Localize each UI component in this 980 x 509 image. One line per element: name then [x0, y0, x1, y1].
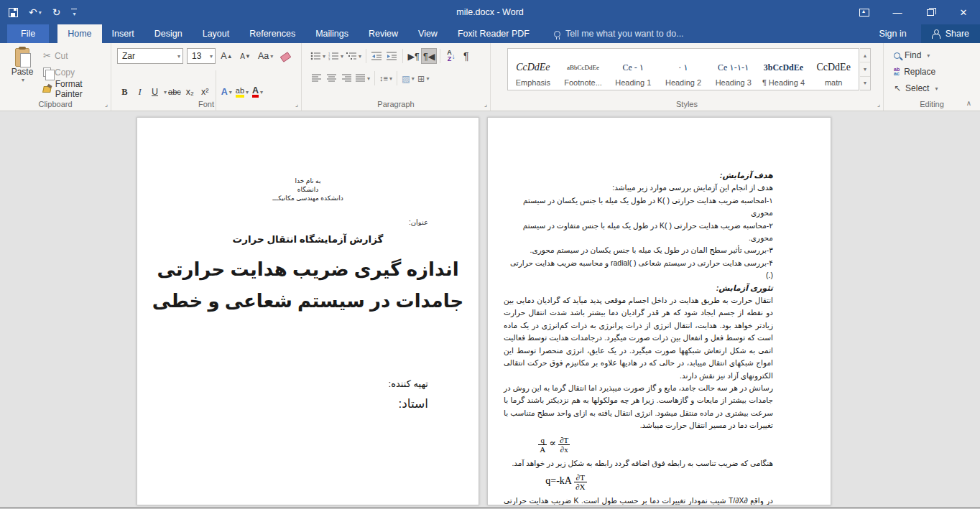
tab-mailings[interactable]: Mailings [305, 24, 359, 43]
format-painter-icon [43, 85, 52, 93]
justify-button[interactable]: ▾ [354, 70, 371, 86]
font-size-value: 13 [192, 51, 201, 61]
tell-me-label: Tell me what you want to do... [565, 29, 684, 39]
styles-scroll-up-button[interactable]: ▲ [860, 49, 870, 62]
tab-foxit-reader-pdf[interactable]: Foxit Reader PDF [448, 24, 540, 43]
format-painter-button[interactable]: Format Painter [43, 81, 111, 96]
align-left-button[interactable] [309, 70, 324, 86]
close-button[interactable]: ✕ [947, 0, 980, 24]
style-heading-3[interactable]: Ce ۱-۱-۱Heading 3 [708, 49, 759, 90]
numbering-button[interactable]: 123▾ [327, 48, 345, 64]
italic-button[interactable]: I [132, 84, 147, 100]
cut-button[interactable]: ✂Cut [43, 48, 111, 63]
show-hide-pilcrow-button[interactable]: ¶ [458, 48, 473, 64]
tab-home[interactable]: Home [57, 24, 101, 43]
font-name-dropdown-icon: ▾ [177, 53, 180, 60]
sign-in-link[interactable]: Sign in [864, 24, 920, 43]
subscript-button[interactable]: x₂ [182, 84, 198, 100]
multilevel-list-icon [346, 52, 357, 60]
ribbon-display-options-button[interactable] [848, 0, 881, 24]
select-button[interactable]: ↖Select▾ [894, 81, 938, 95]
copy-button[interactable]: Copy [43, 65, 111, 80]
underline-button[interactable]: U [147, 84, 162, 100]
document-page-2[interactable]: هدف آزمایش: هدف از انجام این آزمایش بررس… [487, 117, 831, 505]
bullets-button[interactable]: ▾ [309, 48, 327, 64]
paragraph-dialog-launcher[interactable]: ⌟ [484, 101, 487, 108]
font-dialog-launcher[interactable]: ⌟ [295, 101, 298, 108]
borders-button[interactable]: ⊞▾ [416, 70, 431, 86]
tab-layout[interactable]: Layout [193, 24, 240, 43]
bullets-icon [310, 52, 321, 60]
paste-button[interactable]: Paste ▾ [6, 47, 39, 101]
replace-button[interactable]: abacReplace [894, 65, 938, 79]
clipboard-small-buttons: ✂Cut Copy Format Painter [43, 48, 111, 96]
clipboard-dialog-launcher[interactable]: ⌟ [105, 101, 108, 108]
goal-item-1: ۱-امحاسبه ضریب هدایت حرارتی ( )K در طول … [504, 195, 773, 220]
find-button[interactable]: Find▾ [894, 48, 938, 62]
tab-design[interactable]: Design [144, 24, 193, 43]
strikethrough-button[interactable]: abc [167, 84, 182, 100]
professor-line: استاد: [137, 396, 428, 411]
report-subtitle: گزارش آزمایشگاه انتقال حرارت [137, 233, 479, 245]
font-name-combobox[interactable]: Zar▾ [117, 48, 183, 64]
collapse-ribbon-button[interactable]: ∧ [966, 99, 971, 107]
align-right-button[interactable] [339, 70, 354, 86]
text-highlight-button[interactable]: ab▾ [234, 84, 250, 100]
style-preview: Ce ۱-۱-۱ [718, 57, 749, 78]
styles-group-label: Styles [491, 100, 883, 108]
grow-font-button[interactable]: A▲ [219, 48, 234, 64]
style-emphasis[interactable]: CcDdEeEmphasis [508, 49, 558, 90]
style-heading-1[interactable]: Ce - ۱Heading 1 [608, 49, 658, 90]
styles-scroll-down-button[interactable]: ▼ [860, 62, 870, 76]
find-icon [894, 52, 900, 59]
styles-dialog-launcher[interactable]: ⌟ [877, 101, 880, 108]
font-row-1: Zar▾ 13▾ A▲ A▼ Aa▾ [117, 48, 293, 64]
increase-indent-button[interactable] [384, 48, 399, 64]
grow-font-icon: A [221, 51, 226, 61]
tab-references[interactable]: References [239, 24, 305, 43]
bold-button[interactable]: B [117, 84, 132, 100]
style-footnote[interactable]: aBbCcDdEeFootnote... [558, 49, 609, 90]
group-paragraph: ▾ 123▾ ▾ ▶¶ ¶◀ AZ↓ ¶ ▾ ↕≡▾ ▨▾ ⊞▾ Paragra… [302, 43, 491, 111]
share-button[interactable]: Share [921, 24, 980, 43]
clear-formatting-button[interactable] [278, 48, 293, 64]
font-color-button[interactable]: A▾ [250, 84, 265, 100]
copy-icon [43, 67, 51, 77]
ltr-text-direction-button[interactable]: ▶¶ [406, 48, 421, 64]
theory-paragraph-1: انتقال حرارت به طریق هدایت در داخل اجسام… [504, 294, 773, 382]
style-preview: · ۱ [678, 57, 688, 78]
font-size-combobox[interactable]: 13▾ [187, 48, 216, 64]
align-center-button[interactable] [324, 70, 339, 86]
paragraph-row-1: ▾ 123▾ ▾ ▶¶ ¶◀ AZ↓ ¶ [309, 48, 473, 64]
style-matn[interactable]: CcDdEematn [808, 49, 859, 90]
restore-button[interactable] [914, 0, 947, 24]
style-preview: Ce - ۱ [622, 57, 644, 78]
shading-button[interactable]: ▨▾ [400, 70, 416, 86]
group-font: Zar▾ 13▾ A▲ A▼ Aa▾ B I U▾ abc x₂ x² A▾ a… [111, 43, 302, 111]
decrease-indent-button[interactable] [369, 48, 384, 64]
sort-button[interactable]: AZ↓ [443, 48, 458, 64]
document-page-1[interactable]: به نام خدا دانشگاه دانشکده مهندسی مکانیک… [137, 117, 479, 505]
text-effects-button[interactable]: A▾ [219, 84, 234, 100]
multilevel-list-button[interactable]: ▾ [345, 48, 363, 64]
minimize-button[interactable]: — [881, 0, 914, 24]
superscript-button[interactable]: x² [198, 84, 213, 100]
style-heading-4[interactable]: 3bCcDdEe¶ Heading 4 [759, 49, 809, 90]
align-center-icon [327, 74, 337, 83]
tab-review[interactable]: Review [359, 24, 408, 43]
shrink-font-button[interactable]: A▼ [238, 48, 253, 64]
person-icon [932, 29, 940, 38]
document-area[interactable]: به نام خدا دانشگاه دانشکده مهندسی مکانیک… [0, 111, 980, 509]
styles-gallery-more-button[interactable]: ▼ [860, 77, 870, 90]
tell-me-box[interactable]: Tell me what you want to do... [554, 24, 684, 43]
tab-view[interactable]: View [408, 24, 448, 43]
paste-dropdown-icon: ▾ [22, 77, 24, 83]
tab-file[interactable]: File [7, 24, 49, 43]
line-spacing-button[interactable]: ↕≡▾ [378, 70, 394, 86]
style-heading-2[interactable]: · ۱Heading 2 [658, 49, 708, 90]
change-case-button[interactable]: Aa▾ [256, 48, 274, 64]
rtl-text-direction-button[interactable]: ¶◀ [421, 48, 437, 64]
page1-header-block: به نام خدا دانشگاه دانشکده مهندسی مکانیک… [137, 177, 479, 202]
change-case-icon: Aa [258, 51, 269, 61]
tab-insert[interactable]: Insert [102, 24, 144, 43]
